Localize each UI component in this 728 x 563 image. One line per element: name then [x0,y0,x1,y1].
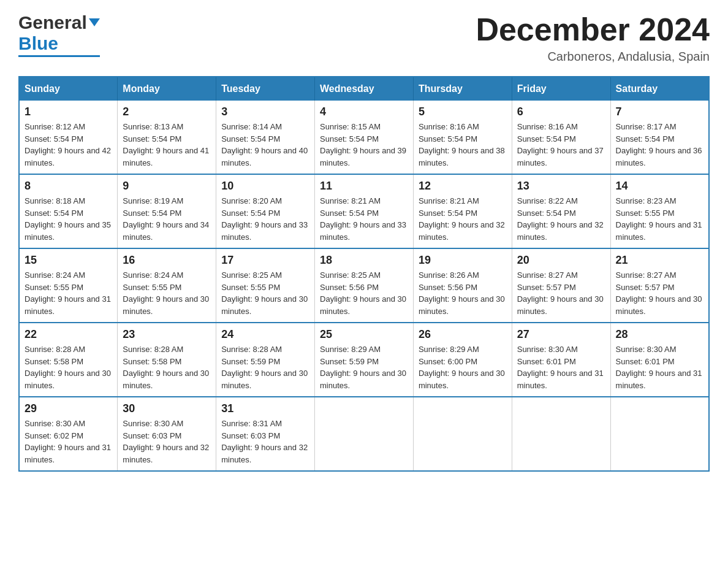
day-number: 15 [25,254,112,267]
day-info: Sunrise: 8:15 AMSunset: 5:54 PMDaylight:… [320,121,408,169]
calendar-table: SundayMondayTuesdayWednesdayThursdayFrid… [18,76,710,472]
header-cell-tuesday: Tuesday [216,77,315,101]
day-info: Sunrise: 8:24 AMSunset: 5:55 PMDaylight:… [123,269,211,317]
title-section: December 2024 Carboneros, Andalusia, Spa… [476,12,710,64]
calendar-cell: 6Sunrise: 8:16 AMSunset: 5:54 PMDaylight… [512,101,610,174]
calendar-cell: 31Sunrise: 8:31 AMSunset: 6:03 PMDayligh… [216,397,315,471]
day-info: Sunrise: 8:28 AMSunset: 5:59 PMDaylight:… [221,343,309,391]
calendar-cell: 5Sunrise: 8:16 AMSunset: 5:54 PMDaylight… [413,101,512,174]
day-info: Sunrise: 8:26 AMSunset: 5:56 PMDaylight:… [419,269,507,317]
day-number: 17 [221,254,309,267]
calendar-cell: 24Sunrise: 8:28 AMSunset: 5:59 PMDayligh… [216,323,315,397]
calendar-cell: 9Sunrise: 8:19 AMSunset: 5:54 PMDaylight… [118,174,216,248]
header-row: SundayMondayTuesdayWednesdayThursdayFrid… [19,77,709,101]
calendar-cell: 18Sunrise: 8:25 AMSunset: 5:56 PMDayligh… [315,248,414,323]
day-number: 12 [419,180,507,193]
logo-triangle-icon [89,18,100,26]
calendar-cell: 17Sunrise: 8:25 AMSunset: 5:55 PMDayligh… [216,248,315,323]
calendar-cell: 28Sunrise: 8:30 AMSunset: 6:01 PMDayligh… [610,323,709,397]
calendar-week-1: 1Sunrise: 8:12 AMSunset: 5:54 PMDaylight… [19,101,709,174]
calendar-cell: 3Sunrise: 8:14 AMSunset: 5:54 PMDaylight… [216,101,315,174]
day-number: 31 [221,402,309,415]
logo: General Blue [18,12,100,57]
calendar-cell: 8Sunrise: 8:18 AMSunset: 5:54 PMDaylight… [19,174,118,248]
calendar-cell: 23Sunrise: 8:28 AMSunset: 5:58 PMDayligh… [118,323,216,397]
calendar-cell [512,397,610,471]
day-info: Sunrise: 8:27 AMSunset: 5:57 PMDaylight:… [517,269,605,317]
day-number: 20 [517,254,605,267]
day-number: 25 [320,328,408,341]
day-info: Sunrise: 8:29 AMSunset: 6:00 PMDaylight:… [419,343,507,391]
day-info: Sunrise: 8:28 AMSunset: 5:58 PMDaylight:… [25,343,112,391]
day-info: Sunrise: 8:23 AMSunset: 5:55 PMDaylight:… [616,195,703,243]
day-number: 3 [221,105,309,118]
calendar-cell: 10Sunrise: 8:20 AMSunset: 5:54 PMDayligh… [216,174,315,248]
day-number: 14 [616,180,703,193]
day-info: Sunrise: 8:27 AMSunset: 5:57 PMDaylight:… [616,269,703,317]
logo-blue: Blue [18,33,100,54]
calendar-cell: 25Sunrise: 8:29 AMSunset: 5:59 PMDayligh… [315,323,414,397]
day-number: 28 [616,328,703,341]
logo-underline [18,55,100,57]
day-number: 24 [221,328,309,341]
calendar-cell: 7Sunrise: 8:17 AMSunset: 5:54 PMDaylight… [610,101,709,174]
calendar-body: 1Sunrise: 8:12 AMSunset: 5:54 PMDaylight… [19,101,709,471]
day-info: Sunrise: 8:25 AMSunset: 5:55 PMDaylight:… [221,269,309,317]
calendar-cell [413,397,512,471]
day-info: Sunrise: 8:13 AMSunset: 5:54 PMDaylight:… [123,121,211,169]
day-number: 4 [320,105,408,118]
calendar-cell: 15Sunrise: 8:24 AMSunset: 5:55 PMDayligh… [19,248,118,323]
day-info: Sunrise: 8:30 AMSunset: 6:03 PMDaylight:… [123,418,211,465]
day-info: Sunrise: 8:21 AMSunset: 5:54 PMDaylight:… [419,195,507,243]
day-number: 1 [25,105,112,118]
calendar-cell: 2Sunrise: 8:13 AMSunset: 5:54 PMDaylight… [118,101,216,174]
header-cell-sunday: Sunday [19,77,118,101]
day-info: Sunrise: 8:30 AMSunset: 6:01 PMDaylight:… [517,343,605,391]
day-info: Sunrise: 8:31 AMSunset: 6:03 PMDaylight:… [221,418,309,465]
day-info: Sunrise: 8:17 AMSunset: 5:54 PMDaylight:… [616,121,703,169]
header-cell-monday: Monday [118,77,216,101]
calendar-cell: 21Sunrise: 8:27 AMSunset: 5:57 PMDayligh… [610,248,709,323]
day-info: Sunrise: 8:16 AMSunset: 5:54 PMDaylight:… [419,121,507,169]
day-info: Sunrise: 8:18 AMSunset: 5:54 PMDaylight:… [25,195,112,243]
day-info: Sunrise: 8:20 AMSunset: 5:54 PMDaylight:… [221,195,309,243]
month-title: December 2024 [476,12,710,47]
day-info: Sunrise: 8:22 AMSunset: 5:54 PMDaylight:… [517,195,605,243]
calendar-cell: 16Sunrise: 8:24 AMSunset: 5:55 PMDayligh… [118,248,216,323]
day-number: 21 [616,254,703,267]
calendar-header: SundayMondayTuesdayWednesdayThursdayFrid… [19,77,709,101]
calendar-cell: 22Sunrise: 8:28 AMSunset: 5:58 PMDayligh… [19,323,118,397]
calendar-cell: 19Sunrise: 8:26 AMSunset: 5:56 PMDayligh… [413,248,512,323]
day-info: Sunrise: 8:14 AMSunset: 5:54 PMDaylight:… [221,121,309,169]
calendar-week-5: 29Sunrise: 8:30 AMSunset: 6:02 PMDayligh… [19,397,709,471]
calendar-cell: 29Sunrise: 8:30 AMSunset: 6:02 PMDayligh… [19,397,118,471]
day-number: 16 [123,254,211,267]
day-number: 9 [123,180,211,193]
day-number: 8 [25,180,112,193]
day-info: Sunrise: 8:19 AMSunset: 5:54 PMDaylight:… [123,195,211,243]
day-number: 23 [123,328,211,341]
day-info: Sunrise: 8:24 AMSunset: 5:55 PMDaylight:… [25,269,112,317]
page-header: General Blue December 2024 Carboneros, A… [18,12,710,64]
day-info: Sunrise: 8:30 AMSunset: 6:01 PMDaylight:… [616,343,703,391]
day-number: 19 [419,254,507,267]
header-cell-friday: Friday [512,77,610,101]
calendar-cell: 4Sunrise: 8:15 AMSunset: 5:54 PMDaylight… [315,101,414,174]
calendar-cell: 27Sunrise: 8:30 AMSunset: 6:01 PMDayligh… [512,323,610,397]
logo-general: General [18,12,87,33]
calendar-cell: 13Sunrise: 8:22 AMSunset: 5:54 PMDayligh… [512,174,610,248]
calendar-cell: 1Sunrise: 8:12 AMSunset: 5:54 PMDaylight… [19,101,118,174]
location: Carboneros, Andalusia, Spain [476,50,710,64]
day-number: 7 [616,105,703,118]
day-number: 29 [25,402,112,415]
day-number: 18 [320,254,408,267]
calendar-cell: 30Sunrise: 8:30 AMSunset: 6:03 PMDayligh… [118,397,216,471]
day-number: 5 [419,105,507,118]
day-number: 22 [25,328,112,341]
day-info: Sunrise: 8:29 AMSunset: 5:59 PMDaylight:… [320,343,408,391]
day-number: 11 [320,180,408,193]
day-number: 10 [221,180,309,193]
day-number: 27 [517,328,605,341]
calendar-week-2: 8Sunrise: 8:18 AMSunset: 5:54 PMDaylight… [19,174,709,248]
day-info: Sunrise: 8:28 AMSunset: 5:58 PMDaylight:… [123,343,211,391]
